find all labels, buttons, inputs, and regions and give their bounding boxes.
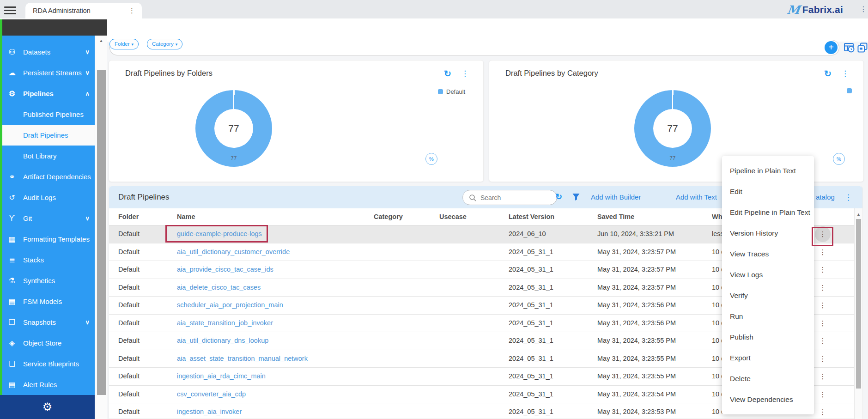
table-search-input[interactable] bbox=[480, 192, 553, 203]
menu-item-edit-pipeline-in-plain-text[interactable]: Edit Pipeline in Plain Text bbox=[722, 202, 814, 223]
menu-item-view-logs[interactable]: View Logs bbox=[722, 264, 814, 285]
sidebar-item-object-store[interactable]: ◈Object Store bbox=[0, 333, 95, 353]
pipeline-name-link[interactable]: aia_state_transition_job_invoker bbox=[177, 315, 273, 332]
sidebar-item-audit-logs[interactable]: ↺Audit Logs bbox=[0, 187, 95, 208]
scroll-up-arrow-icon[interactable]: ▲ bbox=[95, 38, 107, 43]
row-menu-button[interactable]: ⋮ bbox=[815, 387, 831, 402]
menu-item-view-dependencies[interactable]: View Dependencies bbox=[722, 389, 814, 410]
sidebar-item-bot-library[interactable]: Bot Library bbox=[0, 146, 95, 166]
card-kebab-icon[interactable]: ⋮ bbox=[841, 69, 849, 79]
col-header-when[interactable]: Wh bbox=[712, 208, 722, 225]
menu-item-publish[interactable]: Publish bbox=[722, 327, 814, 347]
menu-item-edit[interactable]: Edit bbox=[722, 181, 814, 202]
pipeline-name-link[interactable]: ingestion_aia_rda_cimc_main bbox=[177, 368, 266, 385]
col-header-usecase[interactable]: Usecase bbox=[439, 208, 467, 225]
filter-funnel-icon[interactable] bbox=[572, 193, 580, 201]
col-header-latest-version[interactable]: Latest Version bbox=[509, 208, 554, 225]
sidebar-item-draft-pipelines[interactable]: Draft Pipelines bbox=[0, 125, 95, 146]
row-menu-button[interactable]: ⋮ bbox=[815, 280, 831, 296]
menu-item-delete[interactable]: Delete bbox=[722, 368, 814, 389]
sidebar-item-git[interactable]: ϒGit∨ bbox=[0, 208, 95, 229]
row-menu-button[interactable]: ⋮ bbox=[815, 351, 831, 367]
menu-item-version-history[interactable]: Version History bbox=[722, 223, 814, 243]
cell-latest-version: 2024_05_31_1 bbox=[509, 315, 553, 332]
row-menu-button[interactable]: ⋮ bbox=[815, 404, 831, 419]
col-header-category[interactable]: Category bbox=[374, 208, 403, 225]
catalog-button-clipped[interactable]: atalog bbox=[816, 186, 835, 208]
pipeline-name-link[interactable]: aia_delete_cisco_tac_cases bbox=[177, 279, 261, 296]
add-with-text-button[interactable]: Add with Text bbox=[676, 186, 717, 208]
global-search-bar[interactable] bbox=[109, 40, 839, 55]
pipeline-name-link[interactable]: aia_provide_cisco_tac_case_ids bbox=[177, 261, 273, 278]
scroll-up-arrow-icon[interactable]: ▲ bbox=[855, 212, 862, 217]
col-header-folder[interactable]: Folder bbox=[118, 208, 139, 225]
card-draft-pipelines-by-folders: Draft Pipelines by Folders ↻ ⋮ Default 7… bbox=[109, 60, 484, 182]
refresh-icon[interactable]: ↻ bbox=[444, 68, 451, 79]
schedule-grid-icon[interactable] bbox=[844, 42, 855, 53]
donut-chart-folders[interactable]: 77 77 bbox=[195, 90, 272, 167]
pipeline-name-link[interactable]: ingestion_aia_invoker bbox=[177, 403, 242, 419]
menu-item-verify[interactable]: Verify bbox=[722, 285, 814, 306]
table-scrollbar[interactable]: ▲ bbox=[854, 208, 862, 419]
table-search-box[interactable] bbox=[462, 190, 557, 205]
table-scrollbar-thumb[interactable] bbox=[856, 219, 861, 389]
card-kebab-icon[interactable]: ⋮ bbox=[461, 69, 469, 79]
refresh-icon[interactable]: ↻ bbox=[824, 68, 832, 79]
sidebar-item-stacks[interactable]: ≣Stacks bbox=[0, 249, 95, 270]
row-menu-button[interactable]: ⋮ bbox=[815, 262, 831, 278]
row-menu-button[interactable]: ⋮ bbox=[815, 244, 831, 260]
cell-folder: Default bbox=[118, 261, 140, 278]
sidebar-item-fsm-models[interactable]: ▤FSM Models bbox=[0, 291, 95, 312]
percent-toggle-button[interactable]: % bbox=[425, 153, 437, 165]
table-refresh-icon[interactable]: ↻ bbox=[555, 192, 562, 202]
sidebar-item-service-blueprints[interactable]: ❏Service Blueprints bbox=[0, 353, 95, 374]
filter-chip-folder[interactable]: Folder▾ bbox=[109, 39, 139, 49]
row-menu-button[interactable]: ⋮ bbox=[815, 298, 831, 313]
layered-windows-icon[interactable] bbox=[857, 42, 868, 53]
donut-chart-category[interactable]: 77 77 bbox=[634, 90, 711, 167]
chart-legend[interactable] bbox=[847, 88, 855, 93]
table-kebab-icon[interactable]: ⋮ bbox=[844, 193, 852, 202]
cell-latest-version: 2024_05_31_1 bbox=[509, 243, 553, 261]
sidebar-item-label: Stacks bbox=[23, 256, 44, 264]
pipeline-name-link[interactable]: aia_asset_state_transition_manual_networ… bbox=[177, 350, 308, 367]
sidebar-item-synthetics[interactable]: ⚗Synthetics bbox=[0, 270, 95, 291]
browser-tab[interactable]: RDA Administration ⋮ bbox=[25, 3, 142, 18]
row-menu-button[interactable]: ⋮ bbox=[815, 316, 831, 331]
sidebar-item-label: Alert Rules bbox=[23, 381, 57, 389]
sidebar-item-pipelines[interactable]: ⚙Pipelines∧ bbox=[0, 83, 95, 104]
sidebar-scrollbar-thumb[interactable] bbox=[97, 70, 106, 395]
cell-latest-version: 2024_05_31_1 bbox=[509, 386, 553, 403]
menu-item-pipeline-in-plain-text[interactable]: Pipeline in Plain Text bbox=[722, 160, 814, 181]
sidebar-item-persistent-streams[interactable]: ☁Persistent Streams∨ bbox=[0, 62, 95, 83]
sidebar-item-datasets[interactable]: ⛁Datasets∨ bbox=[0, 42, 95, 62]
row-menu-button[interactable]: ⋮ bbox=[815, 369, 831, 384]
percent-toggle-button[interactable]: % bbox=[833, 153, 845, 165]
menu-item-view-traces[interactable]: View Traces bbox=[722, 243, 814, 264]
hamburger-menu-icon[interactable] bbox=[4, 5, 16, 14]
add-with-builder-button[interactable]: Add with Builder bbox=[591, 186, 641, 208]
pipeline-name-link[interactable]: csv_converter_aia_cdp bbox=[177, 386, 246, 403]
sidebar-scrollbar[interactable]: ▲ bbox=[95, 36, 107, 419]
filter-chip-category[interactable]: Category▾ bbox=[147, 39, 182, 49]
window-kebab-icon[interactable]: ⋮ bbox=[860, 5, 867, 13]
pipeline-name-link[interactable]: scheduler_aia_por_projection_main bbox=[177, 297, 283, 314]
sidebar-item-formatting-templates[interactable]: ▦Formatting Templates bbox=[0, 229, 95, 249]
pipeline-name-link[interactable]: aia_util_dictionary_dns_lookup bbox=[177, 332, 268, 349]
settings-gear-icon[interactable]: ⚙ bbox=[42, 401, 53, 413]
cell-folder: Default bbox=[118, 297, 140, 314]
tab-kebab-icon[interactable]: ⋮ bbox=[128, 6, 135, 15]
col-header-saved-time[interactable]: Saved Time bbox=[597, 208, 634, 225]
chart-legend[interactable]: Default bbox=[438, 88, 465, 95]
row-menu-button[interactable]: ⋮ bbox=[815, 333, 831, 349]
col-header-name[interactable]: Name bbox=[177, 208, 195, 225]
sidebar-item-snapshots[interactable]: ❐Snapshots∨ bbox=[0, 312, 95, 333]
add-button[interactable]: + bbox=[825, 41, 838, 54]
global-search-input[interactable] bbox=[117, 42, 812, 54]
menu-item-export[interactable]: Export bbox=[722, 347, 814, 368]
menu-item-run[interactable]: Run bbox=[722, 306, 814, 327]
sidebar-item-published-pipelines[interactable]: Published Pipelines bbox=[0, 104, 95, 125]
sidebar-item-alert-rules[interactable]: ▤Alert Rules bbox=[0, 374, 95, 395]
sidebar-item-artifact-dependencies[interactable]: ⚭Artifact Dependencies bbox=[0, 166, 95, 187]
pipeline-name-link[interactable]: aia_util_dictionary_customer_override bbox=[177, 243, 290, 261]
